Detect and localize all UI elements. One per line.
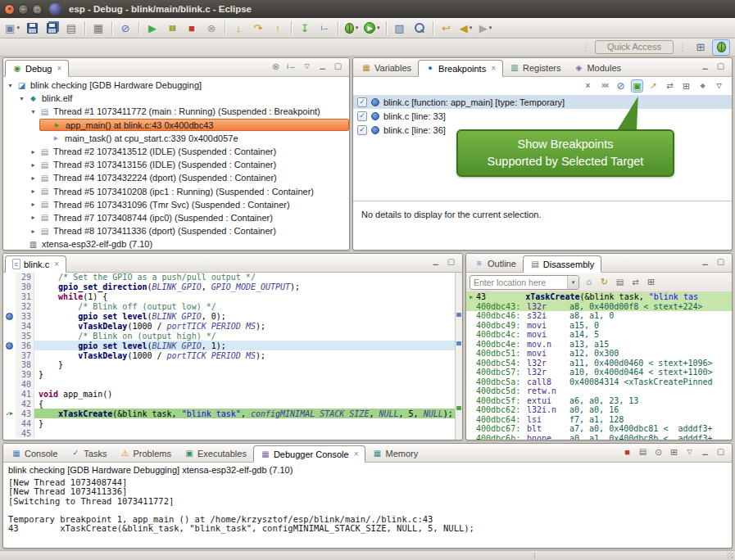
disassembly-line[interactable]: 400dbc67:blta7, a0, 0x400dbc81 <__adddf3… [466,424,732,434]
location-combo[interactable]: Enter location here [470,275,579,290]
editor-line[interactable]: 32 /* Blink off (output low) */ [3,302,455,312]
editor-line[interactable]: 39} [3,370,455,380]
skip-all-breakpoints-icon[interactable] [615,79,627,93]
expander-icon[interactable]: ▸ [28,228,39,235]
step-over-icon[interactable]: ↷ [249,20,267,37]
remove-all-breakpoints-icon[interactable] [598,79,610,93]
expander-icon[interactable]: ▸ [28,201,39,208]
debug-tree-item[interactable]: xtensa-esp32-elf-gdb (7.10) [3,237,349,250]
disassembly-line[interactable]: 400dbc4e:mov.na13, a15 [466,340,732,350]
tab-disassembly[interactable]: Disassembly [523,255,601,273]
instruction-stepping-mode-icon[interactable] [285,60,297,73]
breakpoint-item[interactable]: ✓blink.c [function: app_main] [type: Tem… [353,95,732,109]
tab-registers[interactable]: Registers [503,59,567,76]
editor-line[interactable]: 38 } [3,360,455,370]
debug-icon[interactable]: ▾ [343,20,361,37]
editor-code[interactable]: 29 /* Set the GPIO as a push/pull output… [3,273,455,440]
debug-tree-item[interactable]: ▾Thread #1 1073411772 (main : Running) (… [3,105,349,118]
group-by-icon[interactable] [680,79,692,93]
disassembly-line[interactable]: 400dbc6b:bnonea0, a1, 0x400dbc8b <__addd… [466,434,732,440]
disassembly-listing[interactable]: ▶43 xTaskCreate(&blink_task, "blink_tas4… [466,292,732,440]
terminate-icon[interactable]: ■ [183,20,201,37]
disassembly-line[interactable]: 400dbc54:l32ra11, 0x400d0460 <_stext+109… [466,359,732,368]
maximize-icon[interactable] [445,255,457,269]
breakpoint-checkbox[interactable]: ✓ [357,111,367,121]
resize-grip[interactable] [727,552,733,558]
minimize-icon[interactable] [316,60,329,73]
back-icon[interactable]: ◀▾ [457,20,475,37]
tab-modules[interactable]: Modules [567,59,628,76]
disassembly-line[interactable]: 400dbc4c:movia14, 5 [466,330,732,340]
editor-line[interactable]: 34 vTaskDelay(1000 / portTICK_PERIOD_MS)… [3,321,455,331]
step-return-icon[interactable]: ↑ [269,20,287,37]
editor-line[interactable]: 30 gpio_set_direction(BLINK_GPIO, GPIO_M… [3,282,455,292]
debug-tree-item[interactable]: main_task() at cpu_start.c:339 0x400d057… [3,132,349,145]
minimize-icon[interactable] [429,255,442,269]
maximize-icon[interactable] [715,255,727,269]
editor-line[interactable]: 29 /* Set the GPIO as a push/pull output… [3,273,455,282]
display-selected-console-icon[interactable] [668,445,680,458]
suspend-icon[interactable]: ▮▮ [163,20,181,37]
pin-console-icon[interactable] [652,445,665,458]
tab-console[interactable]: Console [5,445,64,462]
breakpoint-checkbox[interactable]: ✓ [357,97,367,107]
minimize-icon[interactable] [699,60,711,73]
breakpoint-checkbox[interactable]: ✓ [357,125,367,135]
add-event-breakpoint-icon[interactable] [696,79,709,93]
quick-access-button[interactable]: Quick Access [595,40,674,54]
editor-line[interactable]: 44} [3,418,455,428]
disassembly-line[interactable]: 400dbc64:lsif7, a1, 128 [466,415,732,425]
editor-line[interactable]: 41void app_main() [3,390,455,400]
disassembly-line[interactable]: 400dbc5a:call80x40084314 <xTaskCreatePin… [466,377,732,387]
disassembly-line[interactable]: 400dbc49:movia15, 0 [466,321,732,331]
terminate-icon[interactable] [621,445,633,458]
tab-tasks[interactable]: Tasks [64,445,113,462]
clear-console-icon[interactable] [637,445,649,458]
step-into-icon[interactable]: ↓ [229,20,247,37]
view-menu-icon[interactable] [713,79,725,93]
debug-tree-item[interactable]: ▸Thread #4 1073432224 (dport) (Suspended… [3,171,349,184]
editor-line[interactable]: ✓▶43 xTaskCreate(&blink_task, "blink_tas… [3,409,455,418]
combo-dropdown-icon[interactable] [567,276,578,289]
debug-perspective-button[interactable] [712,39,730,56]
tab-problems[interactable]: Problems [113,445,177,462]
expander-icon[interactable]: ▸ [28,161,39,169]
maximize-icon[interactable] [332,60,344,73]
link-with-debug-icon[interactable] [664,79,676,93]
forward-icon[interactable]: ▶▾ [477,20,495,37]
editor-line[interactable]: 36 gpio_set_level(BLINK_GPIO, 1); [3,341,455,350]
remove-all-terminated-icon[interactable] [270,60,282,73]
disconnect-icon[interactable]: ⊗ [202,20,220,37]
disassembly-line[interactable]: 400dbc46:s32ia8, a1, 0 [466,311,732,321]
build-icon[interactable]: ▦ [89,20,107,37]
jump-to-pc-icon[interactable] [583,276,595,289]
window-close-button[interactable] [4,4,15,15]
print-icon[interactable]: ▤ [62,20,80,37]
editor-line[interactable]: 35 /* Blink on (output high) */ [3,331,455,341]
disassembly-line[interactable]: 400dbc57:l32ra10, 0x400d0464 <_stext+110… [466,368,732,377]
expander-icon[interactable]: ▸ [28,174,39,182]
open-perspective-icon[interactable]: ⊞ [692,39,710,56]
disassembly-line[interactable]: 400dbc43:l32ra8, 0x400d00f8 <_stext+224> [466,302,732,312]
new-wizard-icon-dropdown[interactable]: ▾ [16,25,20,31]
run-icon[interactable]: ▾ [362,20,382,37]
debug-tree-item[interactable]: app_main() at blink.c:43 0x400dbc43 [3,119,349,132]
tab-close-icon[interactable] [57,64,61,73]
save-all-icon[interactable] [43,20,61,37]
editor-line[interactable]: 31 while(1) { [3,292,455,302]
disassembly-line[interactable]: 400dbc5f:extuia6, a0, 23, 13 [466,396,732,406]
tab-blink-c[interactable]: blink.c [5,255,66,273]
debug-tree-item[interactable]: ▸Thread #2 1073413512 (IDLE) (Suspended … [3,145,349,158]
show-supported-breakpoints-icon[interactable] [631,79,643,93]
debug-tree-item[interactable]: ▸Thread #3 1073413156 (IDLE) (Suspended … [3,158,349,171]
tab-variables[interactable]: Variables [355,59,418,76]
disassembly-line[interactable]: 400dbc62:l32i.na0, a0, 16 [466,405,732,415]
minimize-icon[interactable] [699,445,711,458]
editor-line[interactable]: 40 [3,380,455,390]
editor-line[interactable]: 42{ [3,400,455,409]
disassembly-line[interactable]: 400dbc51:movia12, 0x300 [466,349,732,359]
tab-close-icon[interactable] [491,64,496,73]
sync-icon[interactable] [629,276,642,289]
debug-tree-item[interactable]: ▸Thread #8 1073411336 (dport) (Suspended… [3,224,349,237]
overview-ruler[interactable] [455,273,462,440]
